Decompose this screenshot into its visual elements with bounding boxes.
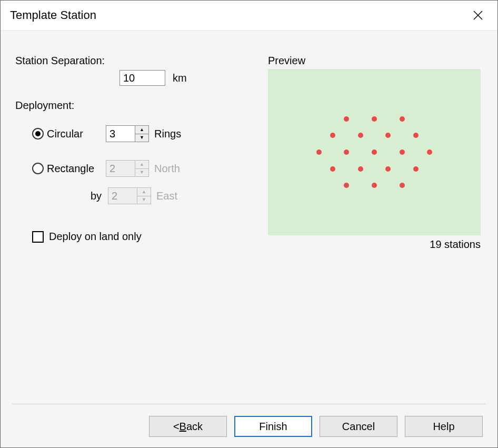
station-dot: [344, 116, 349, 122]
preview-column: Preview 19 stations: [268, 55, 483, 251]
rings-input[interactable]: [106, 126, 135, 142]
station-dot: [400, 150, 405, 155]
preview-label: Preview: [268, 55, 483, 67]
station-dot: [372, 150, 377, 155]
circular-radio[interactable]: [32, 128, 44, 140]
dialog-body: Station Separation: km Deployment: Circu…: [1, 30, 497, 447]
east-up-button: ▲: [137, 188, 151, 196]
rectangle-radio-label[interactable]: Rectangle: [47, 163, 106, 175]
station-dot: [427, 150, 432, 155]
land-only-label[interactable]: Deploy on land only: [49, 231, 142, 243]
station-dot: [330, 166, 335, 172]
land-only-checkbox[interactable]: [32, 231, 44, 243]
station-dot: [385, 133, 391, 138]
rings-down-button[interactable]: ▼: [135, 134, 148, 142]
back-button-prefix: <: [173, 421, 180, 433]
station-dot: [316, 150, 322, 155]
station-dot: [372, 183, 377, 188]
window-title: Template Station: [10, 8, 96, 22]
station-dot: [344, 150, 349, 155]
north-input: [106, 161, 135, 176]
station-dot: [358, 133, 363, 138]
station-separation-unit: km: [173, 72, 187, 84]
east-down-button: ▼: [137, 196, 151, 204]
close-icon: [473, 11, 483, 20]
station-separation-label: Station Separation:: [15, 55, 119, 67]
rectangle-radio[interactable]: [32, 163, 44, 174]
finish-button[interactable]: Finish: [234, 416, 312, 437]
rings-spinner: ▲ ▼: [106, 125, 149, 142]
east-input: [108, 188, 137, 204]
button-separator: [12, 404, 486, 404]
north-suffix: North: [154, 163, 180, 175]
back-button-rest: ack: [186, 421, 203, 433]
back-button[interactable]: < Back: [149, 416, 227, 437]
station-separation-input[interactable]: [119, 70, 165, 86]
station-dot: [330, 133, 335, 138]
rings-up-button[interactable]: ▲: [135, 126, 148, 134]
station-dot: [344, 183, 349, 188]
settings-column: Station Separation: km Deployment: Circu…: [15, 55, 268, 251]
preview-canvas: [268, 69, 481, 235]
north-up-button: ▲: [135, 161, 148, 169]
station-count: 19 stations: [268, 238, 481, 251]
station-dot: [413, 166, 419, 172]
station-dot: [413, 133, 419, 138]
station-dot: [400, 116, 405, 122]
east-suffix: East: [156, 190, 177, 202]
station-dot: [385, 166, 391, 172]
station-dot: [400, 183, 405, 188]
north-down-button: ▼: [135, 169, 148, 177]
deployment-label: Deployment:: [15, 99, 268, 112]
north-spinner: ▲ ▼: [106, 160, 149, 177]
help-button[interactable]: Help: [405, 416, 483, 437]
station-dot: [372, 116, 377, 122]
east-spinner: ▲ ▼: [108, 187, 151, 204]
button-row: < Back Finish Cancel Help: [1, 416, 497, 437]
by-label: by: [32, 190, 108, 202]
station-dot: [358, 166, 363, 172]
rings-suffix: Rings: [154, 128, 181, 140]
titlebar: Template Station: [1, 1, 497, 30]
circular-radio-label[interactable]: Circular: [47, 128, 106, 140]
back-button-mnemonic: B: [180, 421, 186, 433]
cancel-button[interactable]: Cancel: [320, 416, 397, 437]
close-button[interactable]: [470, 7, 486, 23]
dialog-window: Template Station Station Separation: km …: [0, 0, 498, 448]
